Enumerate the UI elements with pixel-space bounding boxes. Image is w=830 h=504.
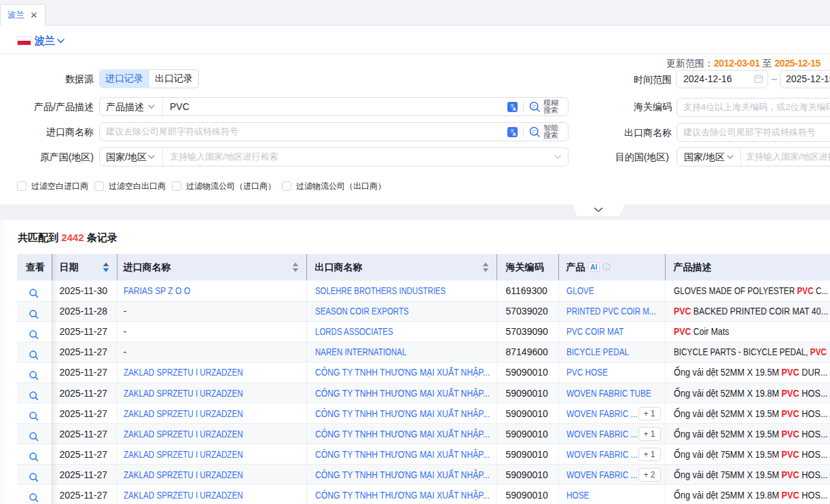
- svg-text:A: A: [513, 130, 517, 137]
- svg-text:A: A: [513, 105, 517, 111]
